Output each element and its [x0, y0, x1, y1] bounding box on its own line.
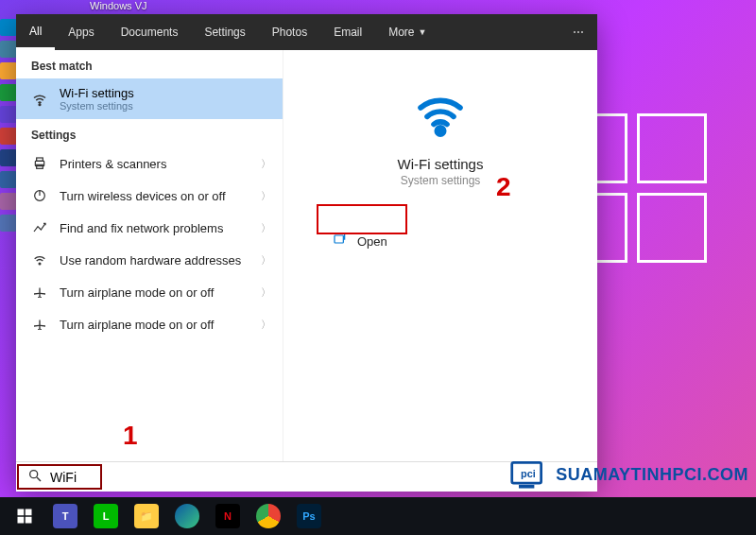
desktop-icon[interactable] — [0, 106, 17, 123]
tab-settings[interactable]: Settings — [191, 14, 258, 50]
airplane-icon — [31, 284, 48, 301]
wifi-icon — [31, 251, 48, 268]
taskbar-app-edge[interactable] — [168, 500, 206, 532]
tab-documents[interactable]: Documents — [108, 14, 192, 50]
svg-rect-17 — [26, 517, 32, 524]
setting-item-airplane[interactable]: Turn airplane mode on or off 〉 — [16, 308, 283, 340]
toggle-icon — [31, 187, 48, 204]
taskbar-app-chrome[interactable] — [249, 500, 287, 532]
best-match-title: Wi-Fi settings — [60, 86, 134, 100]
results-left-column: Best match Wi-Fi settings System setting… — [16, 50, 284, 487]
start-button[interactable] — [6, 500, 43, 532]
search-icon — [27, 468, 43, 487]
open-label: Open — [357, 234, 387, 249]
taskbar-app-explorer[interactable]: 📁 — [128, 500, 165, 532]
desktop-icon[interactable] — [0, 171, 17, 188]
search-results-panel: All Apps Documents Settings Photos Email… — [16, 14, 597, 487]
desktop-shortcut-label: Windows VJ — [90, 0, 147, 11]
best-match-subtitle: System settings — [60, 100, 134, 112]
svg-rect-3 — [37, 164, 43, 168]
svg-point-0 — [39, 103, 41, 105]
svg-rect-14 — [18, 509, 25, 516]
chevron-right-icon: 〉 — [261, 157, 271, 171]
svg-rect-15 — [26, 509, 32, 516]
desktop-icon[interactable] — [0, 62, 17, 79]
svg-text:pci: pci — [521, 468, 536, 479]
setting-label: Turn airplane mode on or off — [60, 285, 214, 300]
open-action[interactable]: Open — [318, 225, 403, 257]
settings-section-header: Settings — [16, 119, 283, 147]
desktop-icon[interactable] — [0, 19, 17, 36]
chevron-right-icon: 〉 — [261, 318, 271, 332]
svg-point-9 — [30, 470, 38, 477]
tab-apps[interactable]: Apps — [55, 14, 107, 50]
setting-label: Find and fix network problems — [60, 221, 223, 235]
setting-label: Printers & scanners — [60, 157, 166, 171]
feedback-icon[interactable]: ⋯ — [559, 14, 597, 50]
search-input[interactable] — [50, 470, 586, 485]
best-match-header: Best match — [16, 50, 283, 78]
desktop-icon[interactable] — [0, 128, 17, 145]
chevron-right-icon: 〉 — [261, 189, 271, 203]
desktop-icon[interactable] — [0, 215, 17, 232]
detail-subtitle: System settings — [401, 174, 481, 187]
watermark-text: SUAMAYTINHPCI.COM — [556, 465, 748, 485]
wifi-icon — [414, 88, 467, 145]
watermark-logo-icon: pci — [507, 456, 550, 493]
svg-rect-12 — [519, 485, 534, 489]
open-icon — [333, 232, 348, 250]
setting-item-printers[interactable]: Printers & scanners 〉 — [16, 147, 283, 180]
troubleshoot-icon — [31, 219, 48, 236]
wifi-icon — [31, 91, 48, 108]
taskbar-app-line[interactable]: L — [87, 500, 125, 532]
printer-icon — [31, 155, 48, 172]
taskbar-app-netflix[interactable]: N — [209, 500, 247, 532]
taskbar: T L 📁 N Ps — [0, 497, 756, 535]
svg-line-10 — [37, 477, 41, 481]
settings-results-list: Printers & scanners 〉 Turn wireless devi… — [16, 147, 283, 340]
tab-more-label: More — [388, 26, 414, 39]
result-detail-pane: Wi-Fi settings System settings Open — [284, 50, 597, 487]
taskbar-app-photoshop[interactable]: Ps — [290, 500, 328, 532]
tab-photos[interactable]: Photos — [259, 14, 320, 50]
chevron-right-icon: 〉 — [261, 253, 271, 268]
detail-title: Wi-Fi settings — [398, 156, 484, 172]
setting-label: Turn airplane mode on or off — [60, 318, 214, 332]
chevron-right-icon: 〉 — [261, 221, 271, 235]
svg-rect-2 — [37, 158, 43, 161]
airplane-icon — [31, 316, 48, 333]
setting-label: Use random hardware addresses — [60, 253, 241, 268]
setting-item-troubleshoot[interactable]: Find and fix network problems 〉 — [16, 212, 283, 244]
setting-item-airplane[interactable]: Turn airplane mode on or off 〉 — [16, 276, 283, 308]
search-filter-tabs: All Apps Documents Settings Photos Email… — [16, 14, 597, 50]
setting-item-wireless[interactable]: Turn wireless devices on or off 〉 — [16, 180, 283, 212]
best-match-result[interactable]: Wi-Fi settings System settings — [16, 78, 283, 119]
chevron-right-icon: 〉 — [261, 285, 271, 300]
svg-rect-16 — [18, 517, 25, 524]
watermark: pci SUAMAYTINHPCI.COM — [507, 456, 748, 493]
desktop-icon[interactable] — [0, 193, 17, 210]
svg-point-6 — [39, 263, 41, 265]
tab-all[interactable]: All — [16, 14, 55, 50]
taskbar-app-teams[interactable]: T — [46, 500, 84, 532]
desktop-icon[interactable] — [0, 84, 17, 101]
svg-point-7 — [437, 128, 443, 134]
desktop-icon[interactable] — [0, 41, 17, 58]
desktop-icon[interactable] — [0, 149, 17, 166]
tab-email[interactable]: Email — [320, 14, 375, 50]
setting-label: Turn wireless devices on or off — [60, 189, 226, 203]
tab-more[interactable]: More ▼ — [375, 26, 439, 39]
setting-item-random-hw[interactable]: Use random hardware addresses 〉 — [16, 244, 283, 276]
svg-rect-8 — [335, 235, 343, 243]
chevron-down-icon: ▼ — [418, 27, 426, 37]
